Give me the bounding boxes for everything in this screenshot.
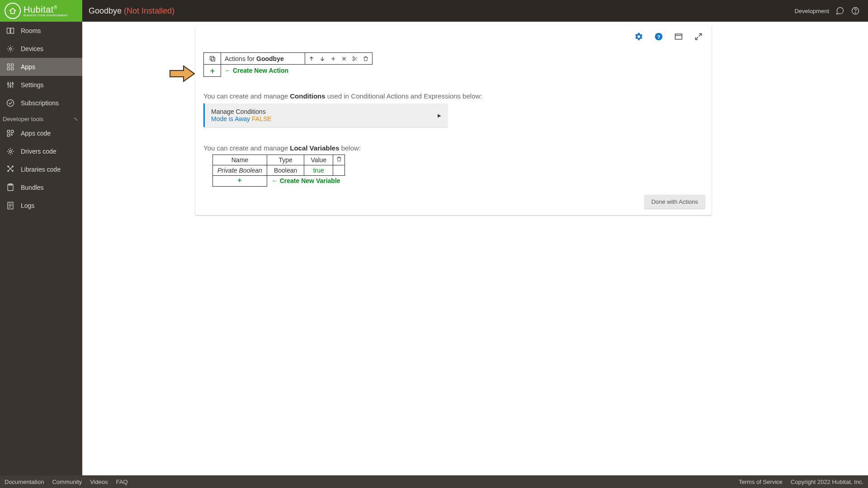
svg-point-15 [12, 83, 13, 84]
footer-link-documentation[interactable]: Documentation [5, 479, 44, 485]
var-value[interactable]: true [304, 165, 333, 175]
variables-table: Name Type Value Private Boolean Boolean … [203, 155, 345, 187]
cut-icon[interactable] [349, 53, 360, 64]
add-action-button[interactable] [204, 65, 221, 76]
svg-point-1 [855, 13, 855, 13]
move-down-icon[interactable] [317, 53, 328, 64]
var-name: Private Boolean [213, 165, 267, 175]
create-action-link[interactable]: ← Create New Action [225, 67, 288, 74]
footer-terms[interactable]: Terms of Service [739, 479, 783, 485]
move-up-icon[interactable] [306, 53, 317, 64]
sidebar-item-label: Settings [21, 81, 44, 89]
help-icon[interactable] [851, 6, 860, 15]
svg-rect-33 [675, 34, 682, 39]
footer-link-community[interactable]: Community [52, 479, 82, 485]
window-icon[interactable] [674, 32, 684, 42]
chat-icon[interactable] [835, 6, 844, 15]
svg-point-16 [7, 100, 14, 107]
sidebar-item-devices[interactable]: Devices [0, 40, 82, 58]
logo-text: Hubitat® ELEVATE YOUR ENVIRONMENT [24, 5, 68, 17]
svg-point-5 [9, 48, 12, 50]
sidebar-item-label: Drivers code [21, 148, 57, 155]
sidebar-item-libraries-code[interactable]: Libraries code [0, 160, 82, 178]
chevron-right-icon: ▶ [438, 113, 441, 117]
create-variable-link[interactable]: ← Create New Variable [272, 177, 340, 184]
svg-rect-36 [210, 56, 213, 60]
content-card: ? Actions for Goodbye [195, 25, 712, 215]
svg-rect-35 [211, 58, 215, 61]
mode-label: Development [794, 8, 829, 14]
gear-icon[interactable] [634, 32, 644, 42]
rooms-icon [5, 26, 15, 36]
sidebar: Rooms Devices Apps Settings Subscription… [0, 22, 82, 475]
add-variable-button[interactable] [213, 175, 267, 186]
condition-state: FALSE [252, 115, 272, 122]
sidebar-item-label: Devices [21, 45, 43, 52]
action-toolbar [305, 53, 373, 65]
sidebar-item-label: Apps code [21, 130, 51, 137]
sidebar-item-label: Apps [21, 63, 35, 70]
condition-text: Mode is Away [211, 115, 250, 122]
footer-link-videos[interactable]: Videos [90, 479, 108, 485]
sidebar-item-subscriptions[interactable]: Subscriptions [0, 94, 82, 112]
footer-copyright: Copyright 2022 Hubitat, Inc. [791, 479, 863, 485]
sidebar-item-settings[interactable]: Settings [0, 76, 82, 94]
done-with-actions-button[interactable]: Done with Actions [644, 195, 705, 209]
delete-col-icon[interactable] [333, 155, 345, 165]
close-icon[interactable] [339, 53, 349, 64]
var-delete-cell[interactable] [333, 165, 345, 175]
expand-icon[interactable] [693, 32, 703, 42]
install-status: (Not Installed) [124, 6, 175, 15]
svg-rect-8 [7, 68, 9, 70]
copy-icon[interactable] [204, 53, 221, 65]
footer-link-faq[interactable]: FAQ [116, 479, 128, 485]
apps-icon [5, 62, 15, 72]
logs-icon [5, 201, 15, 211]
drivers-code-icon [5, 146, 15, 156]
sidebar-item-rooms[interactable]: Rooms [0, 22, 82, 40]
dev-tools-label: Developer tools [3, 116, 43, 122]
page-title: Goodbye (Not Installed) [89, 6, 175, 16]
svg-text:?: ? [657, 34, 660, 40]
svg-rect-6 [7, 64, 9, 66]
manage-conditions-box[interactable]: Manage Conditions Mode is Away FALSE ▶ [203, 103, 448, 127]
sidebar-item-logs[interactable]: Logs [0, 197, 82, 215]
col-type: Type [267, 155, 304, 165]
col-value: Value [304, 155, 333, 165]
table-row: Private Boolean Boolean true [203, 165, 345, 175]
highlight-arrow-icon [169, 64, 196, 83]
bundles-icon [5, 183, 15, 192]
sidebar-item-bundles[interactable]: Bundles [0, 178, 82, 197]
svg-rect-3 [11, 28, 14, 33]
svg-rect-19 [7, 134, 9, 136]
apps-code-icon [5, 128, 15, 138]
logo[interactable]: Hubitat® ELEVATE YOUR ENVIRONMENT [0, 0, 82, 22]
logo-mark-icon [5, 3, 21, 19]
actions-title: Actions for Goodbye [221, 53, 305, 65]
topbar: Hubitat® ELEVATE YOUR ENVIRONMENT Goodby… [0, 0, 868, 22]
variables-help-text: You can create and manage Local Variable… [203, 144, 703, 152]
libraries-icon [5, 164, 15, 174]
sidebar-item-apps[interactable]: Apps [0, 58, 82, 76]
app-title: Goodbye [89, 6, 122, 15]
dev-tools-header[interactable]: Developer tools ⤡ [0, 112, 82, 124]
sidebar-item-apps-code[interactable]: Apps code [0, 124, 82, 142]
conditions-help-text: You can create and manage Conditions use… [203, 92, 703, 100]
devices-icon [5, 44, 15, 54]
var-type: Boolean [267, 165, 304, 175]
sidebar-item-label: Libraries code [21, 166, 61, 173]
footer: Documentation Community Videos FAQ Terms… [0, 475, 868, 488]
manage-conditions-title: Manage Conditions [211, 108, 440, 115]
sidebar-item-drivers-code[interactable]: Drivers code [0, 142, 82, 160]
sidebar-item-label: Logs [21, 202, 34, 209]
svg-rect-9 [11, 68, 14, 70]
add-icon[interactable] [328, 53, 339, 64]
settings-icon [5, 80, 15, 90]
info-icon[interactable]: ? [654, 32, 664, 42]
svg-rect-2 [7, 28, 10, 33]
condition-line: Mode is Away FALSE [211, 115, 440, 122]
card-tools: ? [634, 32, 703, 42]
main-panel: ? Actions for Goodbye [82, 22, 868, 475]
trash-icon[interactable] [360, 53, 371, 64]
svg-point-24 [12, 170, 14, 172]
